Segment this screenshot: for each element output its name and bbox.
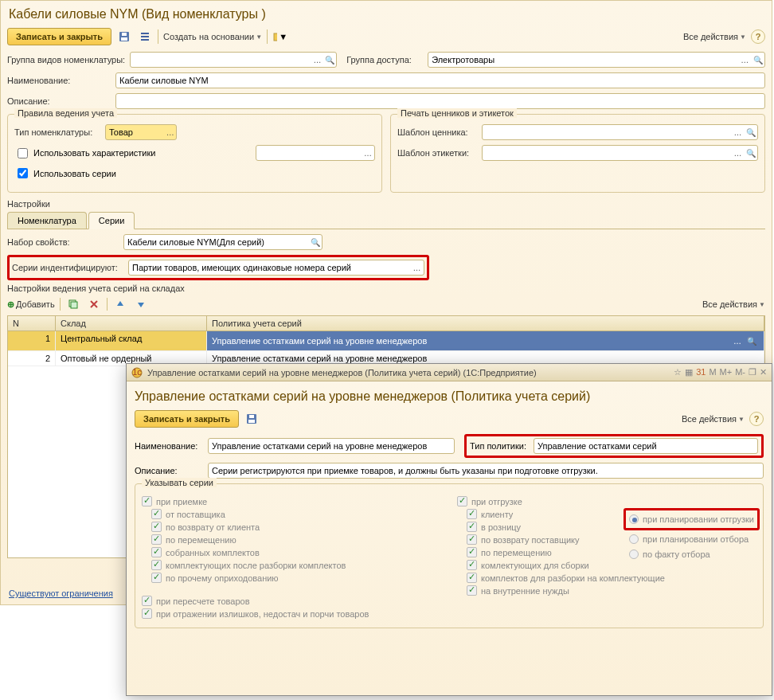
rules-fieldset: Правила ведения учета Тип номенклатуры: …	[7, 114, 382, 193]
restrictions-link[interactable]: Существуют ограничения	[9, 589, 113, 598]
chk-kit-parts-after[interactable]: комплектующих после разборки комплектов	[151, 560, 441, 570]
move-down-icon[interactable]	[133, 296, 149, 312]
chk-on-surplus[interactable]: при отражении излишков, недостач и порчи…	[142, 608, 441, 619]
chk-from-supplier[interactable]: от поставщика	[151, 509, 441, 519]
tabs: Номенклатура Серии	[7, 212, 765, 229]
desc-label: Описание:	[7, 96, 111, 106]
chk-collected-kits[interactable]: собранных комплектов	[151, 547, 441, 557]
search-icon[interactable]: 🔍	[751, 53, 764, 67]
main-toolbar: Записать и закрыть Создать на основании▼…	[7, 28, 765, 45]
label-tpl-input[interactable]: …🔍	[482, 145, 758, 161]
calendar-icon[interactable]: 31	[696, 367, 706, 377]
chk-on-recount[interactable]: при пересчете товаров	[142, 596, 441, 606]
radio-plan-pick[interactable]: при планировании отбора	[624, 533, 760, 546]
chk-other-receipt[interactable]: по прочему оприходованию	[151, 573, 441, 583]
all-actions-button[interactable]: Все действия▼	[683, 32, 746, 41]
policy-popup: 1c Управление остатками серий на уровне …	[126, 363, 772, 696]
add-button[interactable]: ⊕Добавить	[7, 299, 55, 310]
save-close-button[interactable]: Записать и закрыть	[7, 28, 111, 45]
restore-icon[interactable]: ❐	[749, 367, 756, 377]
identify-input[interactable]: …	[128, 260, 424, 276]
search-icon[interactable]: 🔍	[323, 53, 336, 67]
popup-title: Управление остатками серий на уровне мен…	[135, 389, 764, 404]
search-icon[interactable]: 🔍	[745, 146, 757, 160]
m-minus-icon[interactable]: M-	[735, 367, 745, 377]
ellipsis-icon[interactable]: …	[738, 53, 752, 67]
desc-input[interactable]	[115, 93, 765, 109]
help-icon[interactable]: ?	[749, 412, 764, 426]
radio-fact-pick[interactable]: по факту отбора	[624, 548, 760, 561]
list-icon[interactable]	[137, 29, 153, 45]
close-icon[interactable]: ✕	[760, 367, 767, 377]
tab-series[interactable]: Серии	[88, 212, 135, 229]
ellipsis-icon[interactable]: …	[164, 125, 176, 139]
search-icon[interactable]: 🔍	[745, 125, 757, 139]
use-series-checkbox[interactable]: Использовать серии	[14, 166, 116, 181]
col-n[interactable]: N	[8, 316, 56, 330]
popup-desc-label: Описание:	[135, 466, 203, 475]
policy-type-input[interactable]	[534, 438, 758, 454]
chk-kits-disassembly[interactable]: комплектов для разборки на комплектующие	[467, 573, 756, 583]
move-up-icon[interactable]	[112, 296, 128, 312]
ellipsis-icon[interactable]: …	[362, 146, 374, 160]
identify-label: Серии индентифицируют:	[12, 263, 123, 272]
chk-return-client[interactable]: по возврату от клиента	[151, 522, 441, 532]
use-chars-checkbox[interactable]: Использовать характеристики	[14, 146, 155, 161]
name-label: Наименование:	[7, 76, 111, 85]
svg-rect-13	[249, 415, 254, 418]
grid-all-actions[interactable]: Все действия▼	[702, 299, 765, 309]
delete-icon[interactable]	[86, 296, 102, 312]
calc-icon[interactable]: ▦	[685, 367, 693, 377]
ellipsis-icon[interactable]: …	[730, 334, 745, 348]
ellipsis-icon[interactable]: …	[311, 53, 324, 67]
popup-save-close-button[interactable]: Записать и закрыть	[135, 410, 239, 428]
ellipsis-icon[interactable]: …	[731, 125, 744, 139]
access-group-label: Группа доступа:	[346, 55, 423, 65]
radio-plan-ship[interactable]: при планировании отгрузки	[629, 514, 754, 524]
ellipsis-icon[interactable]: …	[731, 146, 744, 160]
page-title: Кабели силовые NYM (Вид номенклатуры )	[9, 7, 765, 22]
type-input[interactable]: …	[105, 124, 177, 140]
save-icon[interactable]	[244, 411, 260, 427]
app-icon: 1c	[131, 367, 143, 378]
label-tpl-label: Шаблон этикетки:	[397, 148, 477, 158]
copy-icon[interactable]	[65, 296, 81, 312]
prop-set-label: Набор свойств:	[7, 237, 119, 247]
popup-window-title: Управление остатками серий на уровне мен…	[147, 368, 669, 377]
folder-go-icon[interactable]: ▼	[272, 29, 288, 45]
prop-set-input[interactable]: 🔍	[123, 234, 322, 250]
svg-rect-4	[141, 36, 149, 37]
ellipsis-icon[interactable]: …	[410, 260, 424, 275]
m-plus-icon[interactable]: M+	[720, 367, 733, 377]
svg-rect-1	[121, 37, 127, 41]
table-row[interactable]: 1 Центральный склад Управление остатками…	[8, 331, 764, 351]
search-icon[interactable]: 🔍	[745, 334, 759, 348]
specify-series-fieldset: Указывать серии при приемке от поставщик…	[135, 483, 764, 628]
svg-text:1c: 1c	[132, 367, 142, 377]
group-types-input[interactable]: …🔍	[130, 52, 337, 68]
group-types-label: Группа видов номенклатуры:	[7, 55, 125, 65]
m-icon[interactable]: M	[709, 367, 716, 377]
access-group-input[interactable]: …🔍	[428, 52, 765, 68]
create-based-button[interactable]: Создать на основании▼	[163, 32, 262, 41]
tab-nomenclature[interactable]: Номенклатура	[7, 212, 87, 229]
chk-on-receive[interactable]: при приемке	[142, 496, 441, 506]
chk-by-move-in[interactable]: по перемещению	[151, 534, 441, 545]
name-input[interactable]	[115, 72, 765, 88]
col-wh[interactable]: Склад	[56, 316, 207, 330]
popup-titlebar[interactable]: 1c Управление остатками серий на уровне …	[127, 364, 772, 381]
svg-rect-5	[141, 39, 149, 41]
popup-desc-input[interactable]	[208, 463, 764, 479]
fav-icon[interactable]: ☆	[674, 367, 682, 377]
popup-all-actions[interactable]: Все действия▼	[682, 414, 745, 424]
search-icon[interactable]: 🔍	[308, 235, 322, 249]
col-policy[interactable]: Политика учета серий	[207, 316, 764, 330]
chars-input[interactable]: …	[256, 145, 375, 161]
chk-internal[interactable]: на внутренние нужды	[467, 585, 756, 596]
svg-rect-8	[71, 302, 77, 308]
help-icon[interactable]: ?	[751, 29, 765, 44]
chk-on-ship[interactable]: при отгрузке	[457, 496, 756, 506]
price-tag-input[interactable]: …🔍	[482, 124, 758, 140]
popup-name-input[interactable]	[208, 438, 455, 454]
save-icon[interactable]	[116, 29, 132, 45]
